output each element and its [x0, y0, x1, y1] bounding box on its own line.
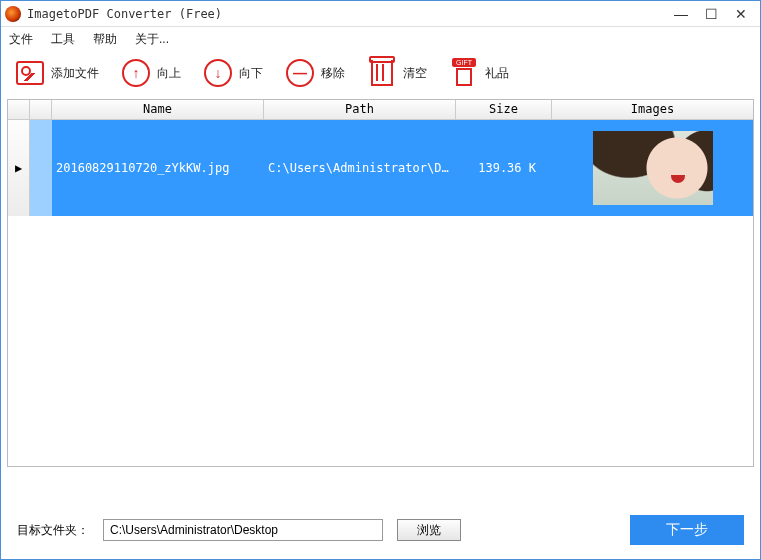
- minus-icon: —: [285, 58, 315, 88]
- clear-button[interactable]: 清空: [367, 58, 427, 88]
- move-down-label: 向下: [239, 65, 263, 82]
- cell-name: 20160829110720_zYkKW.jpg: [52, 161, 264, 175]
- cell-path: C:\Users\Administrator\Desktop\2...: [264, 161, 456, 175]
- close-button[interactable]: ✕: [726, 4, 756, 24]
- gift-label: 礼品: [485, 65, 509, 82]
- cell-thumbnail: [552, 131, 753, 205]
- menu-help[interactable]: 帮助: [93, 31, 117, 48]
- target-folder-label: 目标文件夹：: [17, 522, 89, 539]
- th-path[interactable]: Path: [264, 100, 456, 120]
- maximize-button[interactable]: ☐: [696, 4, 726, 24]
- arrow-up-icon: ↑: [121, 58, 151, 88]
- gift-icon: [449, 58, 479, 88]
- th-handle[interactable]: [8, 100, 30, 120]
- clear-label: 清空: [403, 65, 427, 82]
- target-folder-input[interactable]: [103, 519, 383, 541]
- menu-file[interactable]: 文件: [9, 31, 33, 48]
- move-up-label: 向上: [157, 65, 181, 82]
- browse-button[interactable]: 浏览: [397, 519, 461, 541]
- thumbnail-image: [593, 131, 713, 205]
- add-files-button[interactable]: 添加文件: [15, 58, 99, 88]
- menu-about[interactable]: 关于...: [135, 31, 169, 48]
- row-indicator-icon: ▶: [8, 120, 30, 216]
- trash-icon: [367, 58, 397, 88]
- th-name[interactable]: Name: [52, 100, 264, 120]
- image-icon: [15, 58, 45, 88]
- th-images[interactable]: Images: [552, 100, 753, 120]
- row-marker: [30, 120, 52, 216]
- arrow-down-icon: ↓: [203, 58, 233, 88]
- app-icon: [5, 6, 21, 22]
- table-row[interactable]: ▶ 20160829110720_zYkKW.jpg C:\Users\Admi…: [8, 120, 753, 216]
- remove-button[interactable]: — 移除: [285, 58, 345, 88]
- gift-button[interactable]: 礼品: [449, 58, 509, 88]
- window-title: ImagetoPDF Converter (Free): [27, 7, 222, 21]
- move-up-button[interactable]: ↑ 向上: [121, 58, 181, 88]
- minimize-button[interactable]: —: [666, 4, 696, 24]
- th-thumb[interactable]: [30, 100, 52, 120]
- file-table: Name Path Size Images ▶ 20160829110720_z…: [7, 99, 754, 467]
- next-button[interactable]: 下一步: [630, 515, 744, 545]
- move-down-button[interactable]: ↓ 向下: [203, 58, 263, 88]
- cell-size: 139.36 K: [456, 161, 552, 175]
- th-size[interactable]: Size: [456, 100, 552, 120]
- menu-tools[interactable]: 工具: [51, 31, 75, 48]
- add-files-label: 添加文件: [51, 65, 99, 82]
- remove-label: 移除: [321, 65, 345, 82]
